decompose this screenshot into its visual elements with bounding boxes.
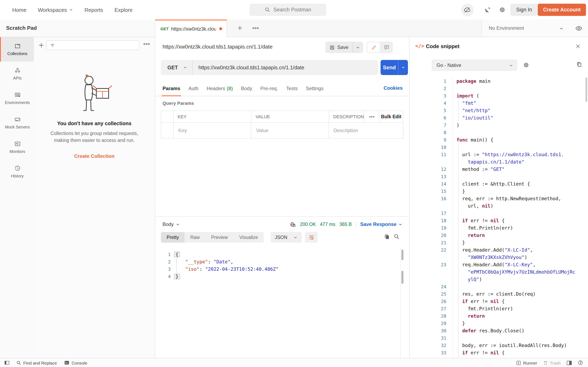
row-handle[interactable]	[161, 123, 173, 138]
line-number: 7	[410, 123, 446, 128]
copy-response-button[interactable]	[384, 234, 390, 240]
column-options-button[interactable]	[364, 111, 379, 122]
offline-status-button[interactable]	[461, 4, 474, 16]
response-time[interactable]: 477 ms	[320, 222, 335, 227]
view-tab-raw[interactable]: Raw	[185, 232, 205, 243]
sign-in-button[interactable]: Sign In	[510, 4, 538, 16]
search-response-button[interactable]	[394, 234, 400, 240]
search-input[interactable]: Search Postman	[250, 4, 326, 16]
console-button[interactable]: Console	[64, 360, 87, 365]
workspace-title: Scratch Pad	[6, 25, 37, 31]
response-body-selector[interactable]: Body	[163, 219, 180, 230]
description-input[interactable]	[333, 127, 403, 134]
nav-item-home[interactable]: Home	[12, 7, 26, 13]
snippet-code[interactable]: 1package main23import (4 "fmt"5 "net/htt…	[410, 77, 586, 358]
find-replace-label: Find and Replace	[23, 360, 57, 365]
sidebar-item-monitors[interactable]: Monitors	[0, 135, 34, 159]
sidebar-item-label: Collections	[7, 51, 27, 56]
method-selector[interactable]: GET	[161, 60, 193, 75]
code-line: 28 return	[410, 312, 586, 320]
scrollbar-thumb[interactable]	[586, 77, 587, 102]
code-line: 11 url := "https://xw0ntz3k.cloud.tds1.	[410, 151, 586, 158]
empty-state-title: You don't have any collections	[34, 121, 155, 126]
copy-snippet-button[interactable]	[576, 61, 582, 68]
fold-marker[interactable]: }	[174, 274, 180, 279]
rename-button[interactable]	[367, 42, 380, 52]
panel-options-button[interactable]	[143, 43, 150, 45]
network-globe-icon[interactable]	[289, 221, 296, 227]
save-button[interactable]: Save	[325, 42, 353, 53]
environment-quick-look-button[interactable]	[575, 25, 582, 31]
snippet-settings-button[interactable]	[523, 62, 529, 68]
status-badge[interactable]: 200 OK	[300, 222, 316, 227]
send-options-button[interactable]	[398, 60, 408, 75]
save-response-button[interactable]: Save Response	[360, 221, 403, 227]
fold-marker[interactable]: {	[174, 252, 180, 257]
sidebar-item-history[interactable]: History	[0, 159, 34, 184]
code-line: 20 return	[410, 232, 586, 239]
save-options-button[interactable]	[353, 42, 363, 53]
tab-params[interactable]: Params	[163, 80, 180, 96]
code-snippet-panel: </> Code snippet Go - Native 1package ma…	[409, 37, 588, 358]
nav-item-reports[interactable]: Reports	[85, 7, 103, 13]
nav-item-workspaces[interactable]: Workspaces	[38, 7, 73, 13]
view-tab-visualize[interactable]: Visualize	[233, 232, 264, 243]
bulk-edit-button[interactable]: Bulk Edit	[379, 111, 403, 122]
sidebar-item-mock-servers[interactable]: Mock Servers	[0, 110, 34, 135]
value-input[interactable]	[255, 127, 328, 134]
language-label: Go - Native	[437, 62, 461, 68]
cookies-link[interactable]: Cookies	[384, 85, 403, 91]
scrollbar-thumb[interactable]	[401, 271, 403, 284]
nav-item-explore[interactable]: Explore	[114, 7, 132, 13]
request-tab[interactable]: GET https://xw0ntz3k.clouc	[155, 20, 227, 37]
code-line: 2	[410, 85, 586, 92]
add-collection-button[interactable]	[38, 42, 44, 49]
scrollbar-thumb[interactable]	[401, 250, 403, 260]
tab-pre-req[interactable]: Pre-req.	[260, 80, 278, 96]
filter-input[interactable]	[46, 40, 139, 50]
create-account-button[interactable]: Create Account	[538, 4, 586, 16]
language-selector[interactable]: Go - Native	[432, 59, 517, 71]
code-icon: </>	[415, 43, 424, 49]
find-replace-button[interactable]: Find and Replace	[16, 360, 57, 365]
search-icon	[265, 7, 270, 13]
sidebar-item-apis[interactable]: APIs	[0, 62, 34, 86]
tab-options-button[interactable]	[252, 27, 259, 29]
chevron-down-icon[interactable]	[559, 26, 564, 31]
line-number: 12	[410, 167, 446, 172]
tab-label: Auth	[189, 85, 199, 91]
view-tab-pretty[interactable]: Pretty	[161, 232, 185, 243]
tab-body[interactable]: Body	[241, 80, 252, 96]
trash-button[interactable]: Trash	[543, 360, 561, 365]
satellite-button[interactable]	[484, 7, 491, 13]
wrap-lines-button[interactable]	[305, 232, 318, 243]
tab-tests[interactable]: Tests	[286, 80, 298, 96]
environment-selector[interactable]: No Environment	[489, 25, 524, 31]
tab-settings[interactable]: Settings	[306, 80, 324, 96]
response-body-viewer[interactable]: 1{2 "__type": "Date",3 "iso": "2022-04-2…	[155, 248, 409, 358]
close-panel-button[interactable]	[575, 44, 581, 49]
create-collection-link[interactable]: Create Collection	[34, 153, 155, 159]
tab-auth[interactable]: Auth	[189, 80, 199, 96]
key-input[interactable]	[178, 127, 251, 134]
settings-button[interactable]	[499, 7, 506, 13]
sidebar-item-environments[interactable]: Environments	[0, 86, 34, 110]
comment-button[interactable]	[380, 42, 393, 53]
response-size[interactable]: 365 B	[339, 222, 352, 227]
sidebar-toggle-button[interactable]	[4, 360, 10, 365]
url-input[interactable]	[193, 64, 378, 71]
sidebar-item-collections[interactable]: Collections	[0, 37, 34, 62]
runner-button[interactable]: Runner	[516, 360, 537, 365]
code-line: 26 if err != nil {	[410, 298, 586, 305]
line-number: 25	[410, 291, 446, 297]
code-line: 32 body, err := ioutil.ReadAll(res.Body)	[410, 342, 586, 349]
help-button[interactable]	[578, 360, 583, 365]
new-tab-button[interactable]	[237, 25, 243, 31]
two-pane-view-button[interactable]	[566, 360, 572, 365]
send-button[interactable]: Send	[380, 60, 398, 75]
view-tab-preview[interactable]: Preview	[205, 232, 233, 243]
response-format-selector[interactable]: JSON	[271, 232, 302, 243]
tab-headers[interactable]: Headers(8)	[207, 80, 233, 96]
code-line: 12 method := "GET"	[410, 166, 586, 173]
code-line: 13	[410, 173, 586, 180]
